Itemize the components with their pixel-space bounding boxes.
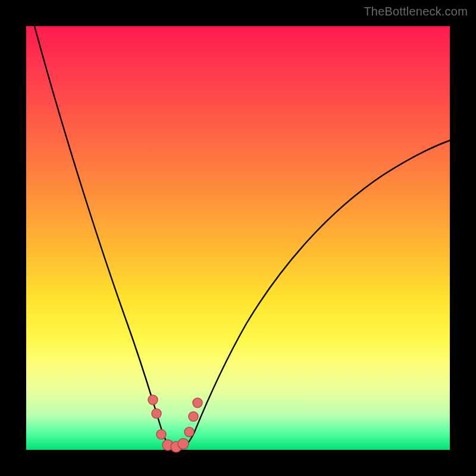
marker-group (148, 395, 202, 452)
chart-root: { "watermark": "TheBottleneck.com", "col… (0, 0, 476, 476)
marker-dot (178, 439, 189, 449)
marker-dot (193, 398, 202, 408)
marker-dot (189, 412, 198, 421)
watermark-text: TheBottleneck.com (364, 5, 468, 18)
marker-dot (148, 395, 158, 405)
bottleneck-curve (35, 26, 450, 449)
curve-layer (26, 26, 450, 450)
marker-dot (152, 409, 161, 418)
marker-dot (184, 427, 194, 437)
marker-dot (156, 430, 166, 439)
